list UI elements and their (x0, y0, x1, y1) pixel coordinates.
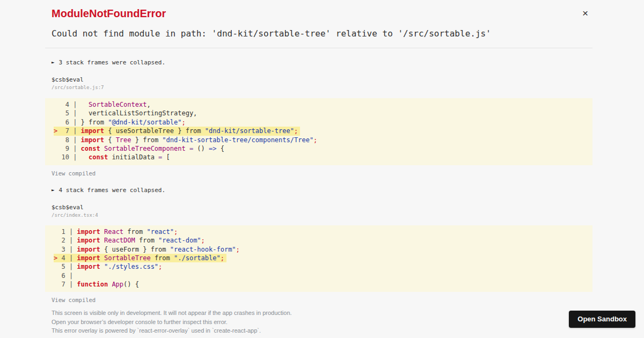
error-message: Could not find module in path: 'dnd-kit/… (52, 29, 586, 39)
code-line: 10 | const initialData = [ (54, 153, 592, 161)
collapse-arrow-icon: ► (52, 60, 54, 65)
code-line: 5 | verticalListSortingStrategy, (54, 109, 592, 117)
frame-file-location: /src/index.tsx:4 (52, 212, 586, 218)
code-line: > 7 | import { useSortableTree } from "d… (54, 127, 592, 135)
view-compiled-link[interactable]: View compiled (52, 170, 586, 177)
footer-line-development: This screen is visible only in developme… (52, 308, 586, 318)
frame-function-name: $csb$eval (52, 204, 586, 211)
footer-note: This screen is visible only in developme… (52, 308, 586, 335)
gutter-space (54, 136, 57, 144)
open-sandbox-button[interactable]: Open Sandbox (569, 311, 635, 328)
gutter-space (54, 246, 57, 253)
close-icon[interactable]: × (581, 7, 589, 19)
code-line: 6 | (54, 271, 592, 280)
code-line: 1 | import React from "react"; (54, 227, 592, 236)
header-divider (45, 48, 592, 48)
code-frame: 4 | SortableContext, 5 | verticalListSor… (45, 98, 592, 165)
gutter-space (54, 145, 57, 152)
gutter-space (54, 272, 57, 280)
gutter-space (54, 263, 57, 270)
error-overlay: × ModuleNotFoundError Could not find mod… (45, 0, 592, 335)
stack-collapse-toggle[interactable]: ►4 stack frames were collapsed. (52, 187, 586, 194)
gutter-space (54, 281, 57, 288)
gutter-space (54, 109, 57, 117)
code-line: 6 | } from "@dnd-kit/sortable"; (54, 118, 592, 127)
code-line: 9 | const SortableTreeComponent = () => … (54, 144, 592, 153)
code-line: 7 | function App() { (54, 280, 592, 289)
error-line-marker: > (54, 127, 57, 135)
gutter-space (54, 237, 57, 244)
code-line: 3 | import { useForm } from "react-hook-… (54, 245, 592, 254)
code-line: 4 | SortableContext, (54, 100, 592, 109)
view-compiled-link[interactable]: View compiled (52, 297, 586, 303)
frame-file-location: /src/sortable.js:7 (52, 85, 586, 91)
footer-line-console: Open your browser’s developer console to… (52, 318, 586, 327)
gutter-space (54, 101, 57, 108)
gutter-space (54, 228, 57, 236)
gutter-space (54, 119, 57, 126)
page-title: ModuleNotFoundError (52, 8, 586, 20)
code-frame: 1 | import React from "react"; 2 | impor… (45, 225, 592, 292)
gutter-space (54, 153, 57, 161)
stack-collapse-toggle[interactable]: ►3 stack frames were collapsed. (52, 59, 586, 66)
stack-collapse-label: 3 stack frames were collapsed. (58, 59, 165, 66)
collapse-arrow-icon: ► (52, 187, 54, 193)
code-line: > 4 | import SortableTree from "./sortab… (54, 254, 592, 262)
code-line: 2 | import ReactDOM from "react-dom"; (54, 236, 592, 245)
code-line: 5 | import "./styles.css"; (54, 262, 592, 271)
footer-line-powered-by: This error overlay is powered by `react-… (52, 326, 586, 335)
error-line-marker: > (54, 254, 57, 262)
stack-collapse-label: 4 stack frames were collapsed. (58, 187, 165, 194)
code-line: 8 | import { Tree } from "dnd-kit-sortab… (54, 136, 592, 144)
frame-function-name: $csb$eval (52, 76, 586, 83)
